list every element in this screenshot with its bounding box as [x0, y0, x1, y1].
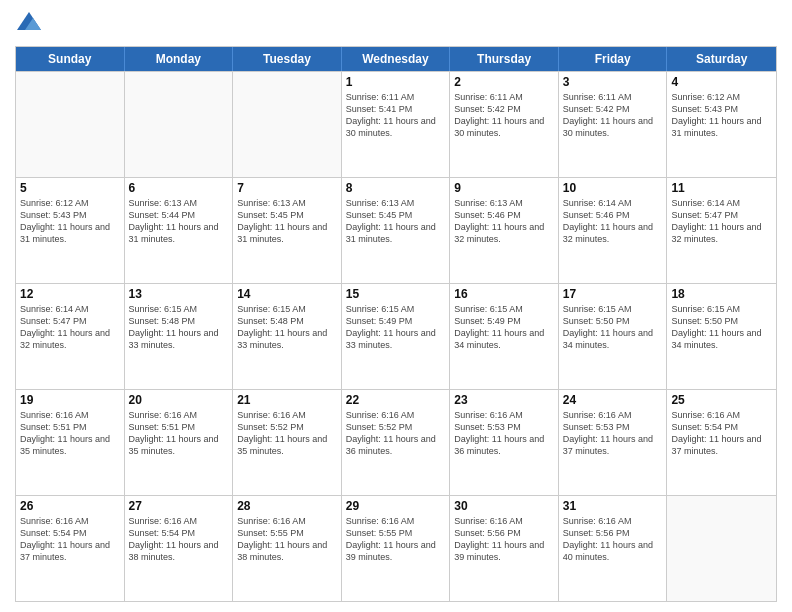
day-number: 31 [563, 499, 663, 513]
day-cell-11: 11Sunrise: 6:14 AM Sunset: 5:47 PM Dayli… [667, 178, 776, 283]
day-number: 21 [237, 393, 337, 407]
day-cell-23: 23Sunrise: 6:16 AM Sunset: 5:53 PM Dayli… [450, 390, 559, 495]
day-number: 8 [346, 181, 446, 195]
day-cell-1: 1Sunrise: 6:11 AM Sunset: 5:41 PM Daylig… [342, 72, 451, 177]
cell-info: Sunrise: 6:16 AM Sunset: 5:53 PM Dayligh… [563, 409, 663, 458]
calendar-week-3: 12Sunrise: 6:14 AM Sunset: 5:47 PM Dayli… [16, 283, 776, 389]
day-number: 22 [346, 393, 446, 407]
day-number: 10 [563, 181, 663, 195]
empty-cell [667, 496, 776, 601]
day-number: 30 [454, 499, 554, 513]
weekday-header-saturday: Saturday [667, 47, 776, 71]
weekday-header-friday: Friday [559, 47, 668, 71]
logo-icon [15, 10, 43, 38]
day-cell-4: 4Sunrise: 6:12 AM Sunset: 5:43 PM Daylig… [667, 72, 776, 177]
day-cell-5: 5Sunrise: 6:12 AM Sunset: 5:43 PM Daylig… [16, 178, 125, 283]
day-number: 2 [454, 75, 554, 89]
cell-info: Sunrise: 6:12 AM Sunset: 5:43 PM Dayligh… [671, 91, 772, 140]
day-cell-10: 10Sunrise: 6:14 AM Sunset: 5:46 PM Dayli… [559, 178, 668, 283]
day-cell-17: 17Sunrise: 6:15 AM Sunset: 5:50 PM Dayli… [559, 284, 668, 389]
day-cell-6: 6Sunrise: 6:13 AM Sunset: 5:44 PM Daylig… [125, 178, 234, 283]
weekday-header-tuesday: Tuesday [233, 47, 342, 71]
day-number: 19 [20, 393, 120, 407]
day-cell-19: 19Sunrise: 6:16 AM Sunset: 5:51 PM Dayli… [16, 390, 125, 495]
day-cell-31: 31Sunrise: 6:16 AM Sunset: 5:56 PM Dayli… [559, 496, 668, 601]
day-cell-28: 28Sunrise: 6:16 AM Sunset: 5:55 PM Dayli… [233, 496, 342, 601]
cell-info: Sunrise: 6:16 AM Sunset: 5:53 PM Dayligh… [454, 409, 554, 458]
empty-cell [16, 72, 125, 177]
cell-info: Sunrise: 6:16 AM Sunset: 5:51 PM Dayligh… [129, 409, 229, 458]
day-number: 7 [237, 181, 337, 195]
cell-info: Sunrise: 6:13 AM Sunset: 5:45 PM Dayligh… [346, 197, 446, 246]
day-cell-12: 12Sunrise: 6:14 AM Sunset: 5:47 PM Dayli… [16, 284, 125, 389]
cell-info: Sunrise: 6:16 AM Sunset: 5:54 PM Dayligh… [20, 515, 120, 564]
cell-info: Sunrise: 6:14 AM Sunset: 5:46 PM Dayligh… [563, 197, 663, 246]
cell-info: Sunrise: 6:16 AM Sunset: 5:54 PM Dayligh… [129, 515, 229, 564]
day-cell-24: 24Sunrise: 6:16 AM Sunset: 5:53 PM Dayli… [559, 390, 668, 495]
day-number: 25 [671, 393, 772, 407]
logo [15, 10, 47, 38]
day-number: 24 [563, 393, 663, 407]
cell-info: Sunrise: 6:15 AM Sunset: 5:48 PM Dayligh… [129, 303, 229, 352]
cell-info: Sunrise: 6:11 AM Sunset: 5:41 PM Dayligh… [346, 91, 446, 140]
cell-info: Sunrise: 6:11 AM Sunset: 5:42 PM Dayligh… [563, 91, 663, 140]
day-number: 6 [129, 181, 229, 195]
cell-info: Sunrise: 6:15 AM Sunset: 5:49 PM Dayligh… [454, 303, 554, 352]
day-cell-30: 30Sunrise: 6:16 AM Sunset: 5:56 PM Dayli… [450, 496, 559, 601]
day-cell-22: 22Sunrise: 6:16 AM Sunset: 5:52 PM Dayli… [342, 390, 451, 495]
empty-cell [125, 72, 234, 177]
cell-info: Sunrise: 6:15 AM Sunset: 5:50 PM Dayligh… [563, 303, 663, 352]
cell-info: Sunrise: 6:16 AM Sunset: 5:52 PM Dayligh… [237, 409, 337, 458]
cell-info: Sunrise: 6:14 AM Sunset: 5:47 PM Dayligh… [671, 197, 772, 246]
cell-info: Sunrise: 6:12 AM Sunset: 5:43 PM Dayligh… [20, 197, 120, 246]
day-number: 3 [563, 75, 663, 89]
day-cell-9: 9Sunrise: 6:13 AM Sunset: 5:46 PM Daylig… [450, 178, 559, 283]
header [15, 10, 777, 38]
day-number: 13 [129, 287, 229, 301]
cell-info: Sunrise: 6:15 AM Sunset: 5:48 PM Dayligh… [237, 303, 337, 352]
calendar-week-2: 5Sunrise: 6:12 AM Sunset: 5:43 PM Daylig… [16, 177, 776, 283]
day-cell-14: 14Sunrise: 6:15 AM Sunset: 5:48 PM Dayli… [233, 284, 342, 389]
day-number: 15 [346, 287, 446, 301]
day-cell-21: 21Sunrise: 6:16 AM Sunset: 5:52 PM Dayli… [233, 390, 342, 495]
day-number: 16 [454, 287, 554, 301]
cell-info: Sunrise: 6:15 AM Sunset: 5:49 PM Dayligh… [346, 303, 446, 352]
weekday-header-sunday: Sunday [16, 47, 125, 71]
cell-info: Sunrise: 6:16 AM Sunset: 5:56 PM Dayligh… [454, 515, 554, 564]
day-cell-13: 13Sunrise: 6:15 AM Sunset: 5:48 PM Dayli… [125, 284, 234, 389]
day-cell-29: 29Sunrise: 6:16 AM Sunset: 5:55 PM Dayli… [342, 496, 451, 601]
day-number: 23 [454, 393, 554, 407]
day-number: 11 [671, 181, 772, 195]
day-cell-2: 2Sunrise: 6:11 AM Sunset: 5:42 PM Daylig… [450, 72, 559, 177]
day-cell-27: 27Sunrise: 6:16 AM Sunset: 5:54 PM Dayli… [125, 496, 234, 601]
day-number: 18 [671, 287, 772, 301]
cell-info: Sunrise: 6:16 AM Sunset: 5:51 PM Dayligh… [20, 409, 120, 458]
cell-info: Sunrise: 6:16 AM Sunset: 5:54 PM Dayligh… [671, 409, 772, 458]
calendar-week-4: 19Sunrise: 6:16 AM Sunset: 5:51 PM Dayli… [16, 389, 776, 495]
day-number: 5 [20, 181, 120, 195]
day-cell-3: 3Sunrise: 6:11 AM Sunset: 5:42 PM Daylig… [559, 72, 668, 177]
page: SundayMondayTuesdayWednesdayThursdayFrid… [0, 0, 792, 612]
weekday-header-thursday: Thursday [450, 47, 559, 71]
cell-info: Sunrise: 6:11 AM Sunset: 5:42 PM Dayligh… [454, 91, 554, 140]
calendar-week-5: 26Sunrise: 6:16 AM Sunset: 5:54 PM Dayli… [16, 495, 776, 601]
day-number: 27 [129, 499, 229, 513]
calendar-week-1: 1Sunrise: 6:11 AM Sunset: 5:41 PM Daylig… [16, 71, 776, 177]
cell-info: Sunrise: 6:13 AM Sunset: 5:44 PM Dayligh… [129, 197, 229, 246]
day-number: 29 [346, 499, 446, 513]
cell-info: Sunrise: 6:13 AM Sunset: 5:46 PM Dayligh… [454, 197, 554, 246]
calendar: SundayMondayTuesdayWednesdayThursdayFrid… [15, 46, 777, 602]
day-number: 12 [20, 287, 120, 301]
day-cell-18: 18Sunrise: 6:15 AM Sunset: 5:50 PM Dayli… [667, 284, 776, 389]
calendar-header-row: SundayMondayTuesdayWednesdayThursdayFrid… [16, 47, 776, 71]
cell-info: Sunrise: 6:16 AM Sunset: 5:55 PM Dayligh… [237, 515, 337, 564]
cell-info: Sunrise: 6:14 AM Sunset: 5:47 PM Dayligh… [20, 303, 120, 352]
cell-info: Sunrise: 6:16 AM Sunset: 5:52 PM Dayligh… [346, 409, 446, 458]
calendar-body: 1Sunrise: 6:11 AM Sunset: 5:41 PM Daylig… [16, 71, 776, 601]
cell-info: Sunrise: 6:16 AM Sunset: 5:55 PM Dayligh… [346, 515, 446, 564]
day-number: 4 [671, 75, 772, 89]
cell-info: Sunrise: 6:13 AM Sunset: 5:45 PM Dayligh… [237, 197, 337, 246]
day-cell-26: 26Sunrise: 6:16 AM Sunset: 5:54 PM Dayli… [16, 496, 125, 601]
weekday-header-monday: Monday [125, 47, 234, 71]
day-cell-8: 8Sunrise: 6:13 AM Sunset: 5:45 PM Daylig… [342, 178, 451, 283]
